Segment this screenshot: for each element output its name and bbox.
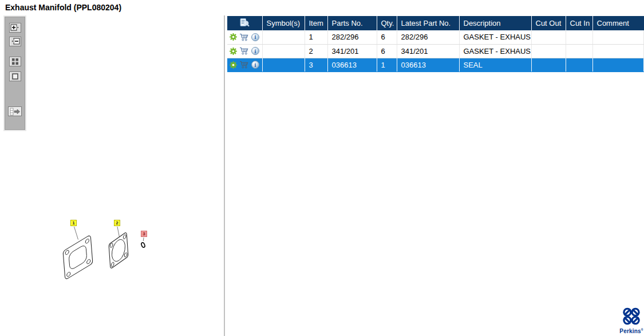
page-title: Exhaust Manifold (PPL080204) [5, 3, 121, 12]
table-row[interactable]: i 2 341/201 6 341/201 GASKET - EXHAUS [227, 44, 644, 58]
table-search-icon[interactable] [239, 18, 250, 27]
zoom-in-button[interactable] [9, 23, 21, 33]
cell-item: 2 [305, 44, 327, 58]
cell-cut-in [566, 30, 592, 44]
cell-symbols [262, 44, 305, 58]
cell-cut-out [531, 58, 566, 72]
cell-symbols [262, 30, 305, 44]
gear-icon[interactable] [230, 33, 237, 41]
callout-2[interactable]: 2 [114, 220, 120, 226]
table-row-selected[interactable]: i 3 036613 1 036613 SEAL [227, 58, 644, 72]
zoom-out-icon [10, 38, 20, 45]
cell-qty: 6 [377, 44, 397, 58]
gasket-2-drawing[interactable] [109, 232, 128, 269]
perkins-flower-icon [622, 307, 641, 326]
table-header-row: Symbol(s) Item Parts No. Qty. Latest Par… [227, 16, 644, 30]
cell-parts-no: 282/296 [327, 30, 377, 44]
parts-table: Symbol(s) Item Parts No. Qty. Latest Par… [227, 16, 644, 72]
cell-latest-part-no: 341/201 [397, 44, 459, 58]
cell-latest-part-no: 036613 [397, 58, 459, 72]
callout-1[interactable]: 1 [70, 220, 77, 226]
zoom-in-icon [10, 24, 20, 31]
col-header-comment[interactable]: Comment [592, 16, 644, 30]
row-actions-cell: i [227, 44, 262, 58]
cell-cut-out [531, 44, 566, 58]
gasket-1-drawing[interactable] [63, 235, 93, 280]
cell-symbols [262, 58, 305, 72]
cell-cut-in [566, 58, 592, 72]
gear-icon[interactable] [230, 61, 237, 69]
col-header-qty[interactable]: Qty. [377, 16, 397, 30]
title-bar: Exhaust Manifold (PPL080204) [0, 0, 644, 15]
col-header-cut-out[interactable]: Cut Out [531, 16, 566, 30]
cell-cut-in [566, 44, 592, 58]
cart-icon[interactable] [239, 61, 249, 69]
info-icon[interactable]: i [251, 47, 259, 55]
registered-mark: ® [641, 328, 643, 331]
row-actions-cell: i [227, 58, 262, 72]
cart-icon[interactable] [239, 33, 249, 41]
col-header-item[interactable]: Item [305, 16, 327, 30]
cart-icon[interactable] [239, 47, 249, 55]
leader-line [74, 227, 78, 240]
table-row[interactable]: i 1 282/296 6 282/296 GASKET - EXHAUS [227, 30, 644, 44]
cell-comment [592, 44, 644, 58]
fit-to-window-icon [11, 73, 19, 80]
exploded-view-drawing [52, 200, 160, 292]
cell-qty: 1 [377, 58, 397, 72]
col-header-latest-part-no[interactable]: Latest Part No. [397, 16, 459, 30]
cell-item: 3 [305, 58, 327, 72]
cell-qty: 6 [377, 30, 397, 44]
leader-line [143, 238, 144, 241]
col-header-symbols[interactable]: Symbol(s) [262, 16, 305, 30]
gear-icon[interactable] [230, 48, 237, 55]
cell-comment [592, 58, 644, 72]
cell-description: GASKET - EXHAUS [459, 30, 531, 44]
parts-list-pane: Symbol(s) Item Parts No. Qty. Latest Par… [227, 16, 644, 336]
viewer-toolbar [5, 17, 25, 130]
tile-view-icon [11, 58, 19, 65]
cell-cut-out [531, 30, 566, 44]
col-header-parts-no[interactable]: Parts No. [327, 16, 377, 30]
seal-3-drawing[interactable] [141, 242, 145, 248]
leader-line [117, 227, 120, 237]
toggle-parts-list-button[interactable] [8, 106, 22, 116]
cell-latest-part-no: 282/296 [397, 30, 459, 44]
col-header-description[interactable]: Description [459, 16, 531, 30]
col-header-actions [227, 16, 262, 30]
perkins-logo: Perkins® [619, 307, 643, 334]
cell-comment [592, 30, 644, 44]
fit-to-window-button[interactable] [9, 72, 21, 81]
diagram-pane: 1 2 3 [0, 15, 224, 336]
col-header-cut-in[interactable]: Cut In [566, 16, 592, 30]
cell-parts-no: 341/201 [327, 44, 377, 58]
pane-divider[interactable] [224, 15, 225, 336]
toggle-parts-list-icon [10, 108, 20, 116]
info-icon[interactable]: i [251, 33, 259, 41]
tile-view-button[interactable] [9, 57, 21, 66]
cell-parts-no: 036613 [327, 58, 377, 72]
zoom-out-button[interactable] [9, 37, 21, 46]
row-actions-cell: i [227, 30, 262, 44]
info-icon[interactable]: i [251, 61, 259, 69]
cell-description: GASKET - EXHAUS [459, 44, 531, 58]
perkins-logo-text: Perkins [619, 328, 641, 334]
callout-3-selected[interactable]: 3 [141, 231, 147, 237]
cell-item: 1 [305, 30, 327, 44]
cell-description: SEAL [459, 58, 531, 72]
